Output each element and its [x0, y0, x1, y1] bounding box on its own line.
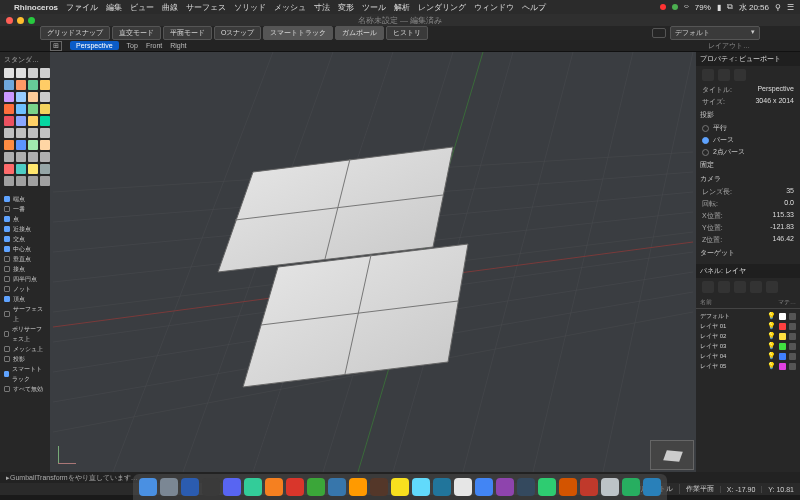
dock-app-icon[interactable]: [265, 478, 283, 496]
dock-app-icon[interactable]: [454, 478, 472, 496]
close-button[interactable]: [6, 17, 13, 24]
dock-app-icon[interactable]: [307, 478, 325, 496]
dock-app-icon[interactable]: [475, 478, 493, 496]
spotlight-icon[interactable]: ⚲: [775, 3, 781, 12]
menu-item[interactable]: 解析: [394, 2, 410, 13]
osnap-option[interactable]: 点: [4, 214, 46, 224]
dock-app-icon[interactable]: [328, 478, 346, 496]
osnap-option[interactable]: 頂点: [4, 294, 46, 304]
osnap-option[interactable]: ポリサーフェス上: [4, 324, 46, 344]
osnap-option[interactable]: メッシュ上: [4, 344, 46, 354]
layer-color-swatch[interactable]: [779, 313, 786, 320]
tool-button[interactable]: [28, 152, 38, 162]
tool-button[interactable]: [40, 176, 50, 186]
tool-button[interactable]: [40, 92, 50, 102]
snap-toggle[interactable]: ガムボール: [335, 26, 384, 40]
layer-row[interactable]: レイヤ 05💡: [700, 361, 796, 371]
osnap-option[interactable]: 近接点: [4, 224, 46, 234]
tool-button[interactable]: [28, 92, 38, 102]
layer-row[interactable]: レイヤ 01💡: [700, 321, 796, 331]
layer-color-swatch[interactable]: [779, 333, 786, 340]
dock-app-icon[interactable]: [202, 478, 220, 496]
tool-button[interactable]: [4, 80, 14, 90]
app-menu[interactable]: Rhinoceros: [14, 3, 58, 12]
tool-button[interactable]: [4, 92, 14, 102]
prop-value[interactable]: 0.0: [784, 199, 794, 209]
dock-app-icon[interactable]: [538, 478, 556, 496]
prop-value[interactable]: -121.83: [770, 223, 794, 233]
viewport-thumbnail[interactable]: [650, 440, 694, 470]
projection-option[interactable]: パース: [696, 134, 800, 146]
dock-app-icon[interactable]: [433, 478, 451, 496]
delete-layer-icon[interactable]: [718, 281, 730, 293]
tool-button[interactable]: [28, 128, 38, 138]
tool-button[interactable]: [28, 80, 38, 90]
layer-material-swatch[interactable]: [789, 313, 796, 320]
dock-app-icon[interactable]: [139, 478, 157, 496]
tool-button[interactable]: [28, 68, 38, 78]
menu-item[interactable]: ツール: [362, 2, 386, 13]
tool-button[interactable]: [16, 164, 26, 174]
osnap-option[interactable]: 接点: [4, 264, 46, 274]
bluetooth-icon[interactable]: ⌔: [684, 3, 689, 12]
tool-button[interactable]: [28, 104, 38, 114]
menu-item[interactable]: ヘルプ: [522, 2, 546, 13]
3d-viewport[interactable]: [50, 52, 696, 472]
menu-item[interactable]: サーフェス: [186, 2, 226, 13]
osnap-option[interactable]: スマートトラック: [4, 364, 46, 384]
minimize-button[interactable]: [17, 17, 24, 24]
layer-down-icon[interactable]: [750, 281, 762, 293]
visibility-icon[interactable]: 💡: [767, 361, 776, 371]
tool-button[interactable]: [40, 68, 50, 78]
tool-button[interactable]: [4, 116, 14, 126]
tool-button[interactable]: [16, 140, 26, 150]
menu-item[interactable]: レンダリング: [418, 2, 466, 13]
dock-app-icon[interactable]: [370, 478, 388, 496]
dock-app-icon[interactable]: [349, 478, 367, 496]
osnap-option[interactable]: 中心点: [4, 244, 46, 254]
tool-button[interactable]: [28, 176, 38, 186]
osnap-option[interactable]: 一番: [4, 204, 46, 214]
dock-app-icon[interactable]: [286, 478, 304, 496]
layer-color-swatch[interactable]: [779, 363, 786, 370]
tool-button[interactable]: [40, 164, 50, 174]
tool-button[interactable]: [4, 104, 14, 114]
display-style-combo[interactable]: デフォルト ▾: [670, 26, 760, 40]
tool-button[interactable]: [16, 152, 26, 162]
material-tab-icon[interactable]: [718, 69, 730, 81]
menu-item[interactable]: メッシュ: [274, 2, 306, 13]
visibility-icon[interactable]: 💡: [767, 321, 776, 331]
visibility-icon[interactable]: 💡: [767, 351, 776, 361]
menu-item[interactable]: 曲線: [162, 2, 178, 13]
dock-app-icon[interactable]: [559, 478, 577, 496]
viewport-grid-icon[interactable]: ⊞: [50, 41, 62, 51]
display-mode-icon[interactable]: [652, 28, 666, 38]
dock-app-icon[interactable]: [181, 478, 199, 496]
tool-button[interactable]: [4, 68, 14, 78]
viewport-tab-active[interactable]: Perspective: [70, 41, 119, 50]
prop-value[interactable]: 115.33: [773, 211, 794, 221]
tool-button[interactable]: [16, 92, 26, 102]
tool-button[interactable]: [28, 164, 38, 174]
layer-color-swatch[interactable]: [779, 353, 786, 360]
visibility-icon[interactable]: 💡: [767, 331, 776, 341]
snap-toggle[interactable]: 直交モード: [112, 26, 161, 40]
dock-app-icon[interactable]: [160, 478, 178, 496]
osnap-option[interactable]: サーフェス上: [4, 304, 46, 324]
dock-app-icon[interactable]: [496, 478, 514, 496]
tool-button[interactable]: [16, 80, 26, 90]
tool-button[interactable]: [4, 164, 14, 174]
osnap-option[interactable]: 端点: [4, 194, 46, 204]
layer-row[interactable]: レイヤ 02💡: [700, 331, 796, 341]
snap-toggle[interactable]: Oスナップ: [214, 26, 261, 40]
osnap-option[interactable]: 投影: [4, 354, 46, 364]
tool-button[interactable]: [28, 116, 38, 126]
osnap-option[interactable]: ノット: [4, 284, 46, 294]
layout-button[interactable]: レイアウト…: [708, 41, 750, 51]
snap-toggle[interactable]: グリッドスナップ: [40, 26, 110, 40]
viewport-tab[interactable]: Right: [170, 42, 186, 49]
visibility-icon[interactable]: 💡: [767, 311, 776, 321]
osnap-option[interactable]: 四半円点: [4, 274, 46, 284]
tool-button[interactable]: [40, 152, 50, 162]
projection-option[interactable]: 平行: [696, 122, 800, 134]
